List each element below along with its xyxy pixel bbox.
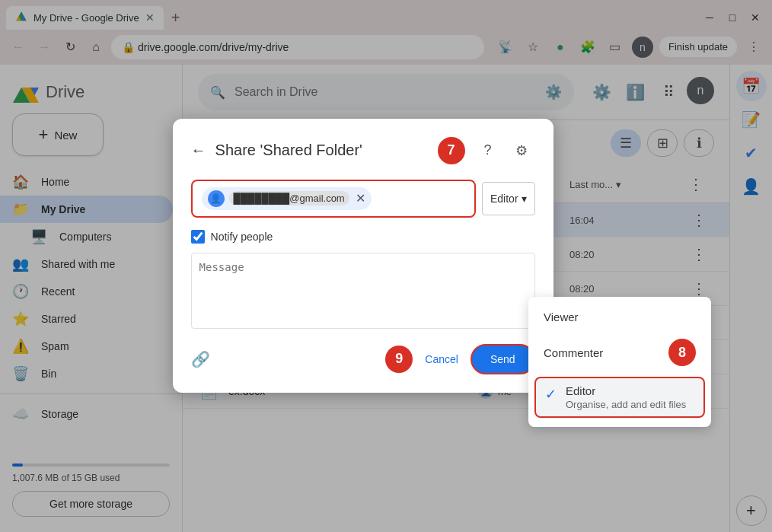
role-info-editor: Editor Organise, add and edit files	[566, 384, 686, 410]
send-button[interactable]: Send	[471, 344, 535, 374]
share-dialog: ← Share 'Shared Folder' 7 ? ⚙ 👤 ████████…	[173, 119, 553, 393]
dialog-back-button[interactable]: ←	[191, 142, 206, 159]
cancel-button[interactable]: Cancel	[413, 347, 471, 371]
editor-role-name: Editor	[566, 384, 686, 397]
dialog-footer: 🔗 9 Cancel Send	[191, 344, 535, 374]
role-selector[interactable]: Editor ▾	[482, 182, 535, 215]
check-icon: ✓	[545, 386, 557, 403]
copy-link-button[interactable]: 🔗	[191, 350, 210, 368]
commenter-label: Commenter	[544, 346, 603, 359]
viewer-label: Viewer	[544, 311, 579, 323]
chip-remove-button[interactable]: ✕	[356, 193, 365, 205]
role-label: Editor	[490, 193, 518, 205]
role-item-editor[interactable]: ✓ Editor Organise, add and edit files	[534, 377, 705, 418]
dialog-header: ← Share 'Shared Folder' 7 ? ⚙	[191, 137, 535, 164]
editor-role-desc: Organise, add and edit files	[566, 399, 686, 410]
chip-email-text: ████████@gmail.com	[229, 191, 349, 205]
dialog-title: Share 'Shared Folder'	[215, 142, 429, 159]
step-7-badge: 7	[438, 137, 465, 164]
email-chip: 👤 ████████@gmail.com ✕	[202, 187, 372, 210]
role-item-commenter[interactable]: Commenter 8	[528, 331, 711, 374]
notify-checkbox[interactable]	[191, 230, 205, 244]
step-9-badge: 9	[385, 346, 413, 373]
settings-button[interactable]: ⚙	[508, 137, 535, 164]
role-item-viewer[interactable]: Viewer	[528, 303, 711, 331]
email-input-container[interactable]: 👤 ████████@gmail.com ✕	[191, 180, 476, 218]
notify-label: Notify people	[211, 231, 273, 243]
chip-avatar: 👤	[208, 190, 225, 207]
notify-row: Notify people	[191, 230, 535, 244]
help-button[interactable]: ?	[474, 137, 502, 164]
dialog-action-icons: ? ⚙	[474, 137, 535, 164]
step-8-badge: 8	[668, 339, 696, 366]
dropdown-chevron-icon: ▾	[522, 193, 527, 205]
role-dropdown: Viewer Commenter 8 ✓ Editor Organise, ad…	[528, 297, 711, 427]
email-input-row: 👤 ████████@gmail.com ✕ Editor ▾	[191, 180, 535, 218]
message-textarea[interactable]	[191, 253, 535, 329]
